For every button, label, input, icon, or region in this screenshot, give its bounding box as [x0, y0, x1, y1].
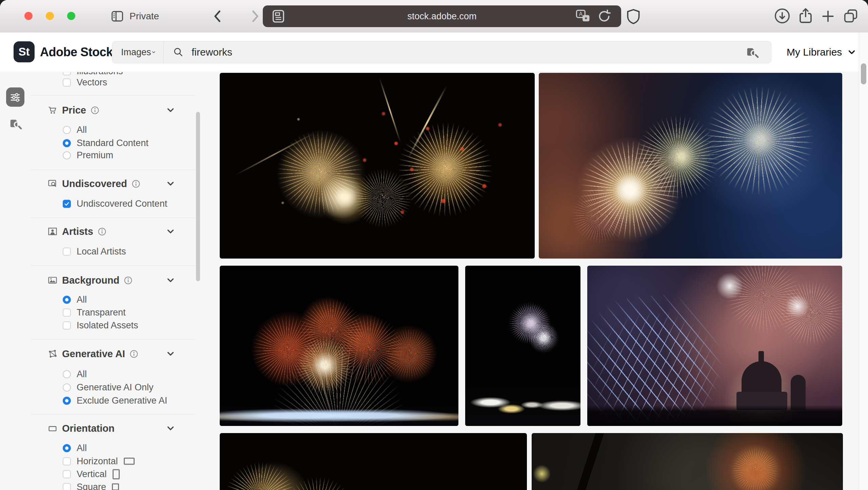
info-icon[interactable]	[132, 179, 140, 188]
filter-option-background-all[interactable]: All	[63, 294, 87, 305]
radio-checked-icon[interactable]	[63, 444, 71, 452]
search-result-image-2[interactable]	[539, 73, 842, 259]
back-button[interactable]	[210, 8, 226, 24]
filter-option-price-all[interactable]: All	[63, 125, 87, 135]
checkbox-icon[interactable]	[63, 470, 71, 478]
filter-option-vertical[interactable]: Vertical	[63, 469, 120, 479]
url-field[interactable]: stock.adobe.com A ✦	[263, 5, 621, 27]
filter-option-square[interactable]: Square	[63, 482, 119, 490]
info-icon[interactable]	[124, 276, 133, 285]
radio-checked-icon[interactable]	[63, 396, 71, 405]
filter-option-exclude-genai[interactable]: Exclude Generative AI	[63, 395, 167, 406]
radio-icon[interactable]	[63, 383, 71, 391]
filter-scrollbar-thumb[interactable]	[196, 112, 200, 281]
tab-overview-icon[interactable]	[842, 7, 859, 24]
info-icon[interactable]	[98, 227, 106, 236]
checkbox-icon[interactable]	[63, 308, 71, 317]
filter-option-isolated-assets[interactable]: Isolated Assets	[63, 320, 138, 331]
filter-option-standard-content[interactable]: Standard Content	[63, 138, 149, 148]
radio-icon[interactable]	[63, 370, 71, 378]
checkbox-icon[interactable]	[63, 247, 71, 256]
forward-button[interactable]	[247, 8, 263, 24]
radio-icon[interactable]	[63, 126, 71, 134]
visual-search-button[interactable]	[734, 41, 771, 63]
new-tab-icon[interactable]	[820, 8, 836, 24]
checkbox-icon[interactable]	[63, 483, 71, 490]
filter-option-local-artists[interactable]: Local Artists	[63, 246, 126, 257]
filter-option-horizontal[interactable]: Horizontal	[63, 456, 135, 467]
privacy-shield-icon[interactable]	[625, 8, 642, 24]
brand-title: Adobe Stock	[40, 33, 113, 72]
search-result-image-6[interactable]	[220, 433, 527, 490]
undiscovered-icon	[47, 179, 58, 189]
cart-icon	[47, 105, 58, 115]
chevron-down-icon	[151, 48, 156, 57]
filter-section-price[interactable]: Price	[47, 105, 99, 116]
filter-section-undiscovered[interactable]: Undiscovered	[47, 178, 140, 189]
minimize-window-button[interactable]	[46, 12, 54, 20]
vertical-rect-icon	[113, 469, 120, 479]
chevron-down-icon[interactable]	[165, 179, 176, 189]
page-scrollbar-track[interactable]	[859, 33, 868, 490]
divider	[31, 265, 196, 266]
search-result-image-3[interactable]	[220, 266, 458, 426]
downloads-icon[interactable]	[774, 7, 791, 24]
filter-option-premium[interactable]: Premium	[63, 150, 113, 161]
page-scrollbar-thumb[interactable]	[861, 63, 866, 84]
search-result-image-7[interactable]	[532, 433, 843, 490]
harbor-buildings	[465, 385, 580, 426]
filter-section-orientation[interactable]: Orientation	[47, 423, 115, 434]
filter-panel: Illustrations Vectors Price	[31, 72, 207, 490]
filter-option-undiscovered-content[interactable]: Undiscovered Content	[63, 199, 167, 209]
divider	[31, 218, 196, 218]
info-icon[interactable]	[130, 349, 138, 358]
filter-section-generative-ai[interactable]: Generative AI	[47, 348, 138, 360]
translate-icon[interactable]: A ✦	[575, 8, 591, 24]
search-input[interactable]: fireworks	[164, 46, 734, 58]
sidebar-toggle-icon[interactable]	[111, 9, 124, 23]
content-area: Illustrations Vectors Price	[0, 72, 868, 490]
chevron-down-icon[interactable]	[165, 423, 176, 433]
share-icon[interactable]	[797, 7, 814, 24]
search-bar: Images fireworks	[112, 41, 771, 63]
visual-search-rail-icon[interactable]	[8, 116, 23, 131]
filter-option-illustrations-clipped[interactable]: Illustrations	[63, 72, 123, 77]
radio-checked-icon[interactable]	[63, 295, 71, 304]
filter-option-transparent[interactable]: Transparent	[63, 307, 126, 318]
search-category-dropdown[interactable]: Images	[112, 41, 164, 63]
filter-option-orientation-all[interactable]: All	[63, 443, 87, 453]
url-text: stock.adobe.com	[263, 11, 621, 22]
filter-section-artists[interactable]: Artists	[47, 226, 106, 237]
fireworks-burst	[523, 317, 564, 357]
radio-checked-icon[interactable]	[63, 139, 71, 147]
chevron-down-icon[interactable]	[165, 105, 176, 115]
chevron-down-icon[interactable]	[165, 226, 176, 237]
filter-option-genai-only[interactable]: Generative AI Only	[63, 382, 154, 393]
city-skyline	[220, 404, 458, 426]
zoom-window-button[interactable]	[67, 12, 75, 20]
fireworks-glow	[610, 169, 651, 210]
filter-option-genai-all[interactable]: All	[63, 369, 87, 380]
checkbox-checked-icon[interactable]	[63, 200, 71, 208]
search-result-image-1[interactable]	[220, 73, 535, 259]
reload-icon[interactable]	[597, 9, 612, 24]
my-libraries-dropdown[interactable]: My Libraries	[787, 33, 857, 72]
dark-silhouette-pole	[568, 433, 605, 490]
search-result-image-5[interactable]	[587, 266, 842, 426]
checkbox-icon[interactable]	[63, 72, 71, 75]
close-window-button[interactable]	[24, 12, 33, 20]
search-result-image-4[interactable]	[465, 266, 580, 426]
chevron-down-icon[interactable]	[165, 275, 176, 285]
checkbox-icon[interactable]	[63, 78, 71, 86]
radio-icon[interactable]	[63, 151, 71, 159]
checkbox-icon[interactable]	[63, 457, 71, 465]
filter-option-vectors[interactable]: Vectors	[63, 77, 107, 88]
chevron-down-icon[interactable]	[165, 349, 176, 359]
checkbox-icon[interactable]	[63, 321, 71, 329]
adobe-stock-logo[interactable]: St	[14, 41, 35, 62]
filter-section-background[interactable]: Background	[47, 275, 133, 286]
divider	[31, 414, 196, 414]
square-rect-icon	[112, 484, 119, 490]
info-icon[interactable]	[91, 106, 99, 115]
filters-toggle-button[interactable]	[6, 87, 24, 107]
